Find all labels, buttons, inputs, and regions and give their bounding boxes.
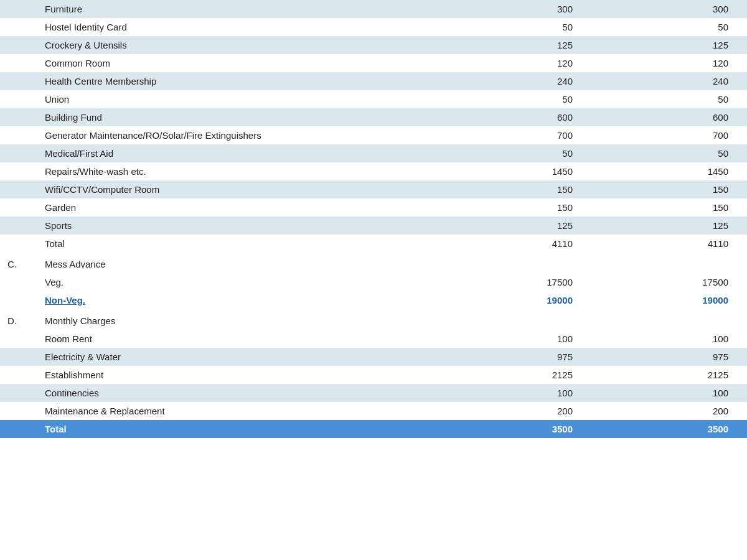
row-val1: 125 bbox=[436, 217, 591, 235]
row-label: Health Centre Membership bbox=[37, 72, 436, 90]
row-val2: 120 bbox=[591, 54, 747, 72]
row-val2: 150 bbox=[591, 180, 747, 198]
row-label: Total bbox=[37, 235, 436, 253]
row-val2: 700 bbox=[591, 126, 747, 144]
row-val1: 100 bbox=[436, 384, 591, 402]
row-index bbox=[0, 217, 37, 235]
row-val2: 300 bbox=[591, 0, 747, 18]
row-index bbox=[0, 291, 37, 309]
row-val2: 600 bbox=[591, 108, 747, 126]
row-val2: 3500 bbox=[591, 420, 747, 438]
row-label: Medical/First Aid bbox=[37, 144, 436, 162]
row-val1: 975 bbox=[436, 348, 591, 366]
row-val1: 3500 bbox=[436, 420, 591, 438]
row-label: Generator Maintenance/RO/Solar/Fire Exti… bbox=[37, 126, 436, 144]
row-label: Establishment bbox=[37, 366, 436, 384]
row-label: Hostel Identity Card bbox=[37, 18, 436, 36]
row-val1: 125 bbox=[436, 36, 591, 54]
row-val2: 100 bbox=[591, 330, 747, 348]
row-label: Repairs/White-wash etc. bbox=[37, 162, 436, 180]
row-index bbox=[0, 198, 37, 217]
row-index bbox=[0, 36, 37, 54]
row-val1: 4110 bbox=[436, 235, 591, 253]
row-index bbox=[0, 235, 37, 253]
row-val2: 975 bbox=[591, 348, 747, 366]
row-index bbox=[0, 144, 37, 162]
row-label: Furniture bbox=[37, 0, 436, 18]
row-val1: 50 bbox=[436, 144, 591, 162]
row-label: Total bbox=[37, 420, 436, 438]
row-val2: 19000 bbox=[591, 291, 747, 309]
row-label: Maintenance & Replacement bbox=[37, 402, 436, 420]
row-val1: 50 bbox=[436, 18, 591, 36]
row-val2: 150 bbox=[591, 198, 747, 217]
charges-table: Furniture300300Hostel Identity Card5050C… bbox=[0, 0, 747, 438]
row-index bbox=[0, 402, 37, 420]
section-val1 bbox=[436, 309, 591, 330]
row-label: Garden bbox=[37, 198, 436, 217]
row-val1: 240 bbox=[436, 72, 591, 90]
row-val1: 17500 bbox=[436, 273, 591, 291]
row-label: Crockery & Utensils bbox=[37, 36, 436, 54]
section-val1 bbox=[436, 253, 591, 273]
row-index bbox=[0, 180, 37, 198]
row-index bbox=[0, 108, 37, 126]
row-index bbox=[0, 366, 37, 384]
row-label: Room Rent bbox=[37, 330, 436, 348]
row-label: Sports bbox=[37, 217, 436, 235]
row-val1: 2125 bbox=[436, 366, 591, 384]
row-val2: 4110 bbox=[591, 235, 747, 253]
row-val2: 125 bbox=[591, 217, 747, 235]
row-label: Continencies bbox=[37, 384, 436, 402]
row-label: Wifi/CCTV/Computer Room bbox=[37, 180, 436, 198]
row-val2: 2125 bbox=[591, 366, 747, 384]
section-index: D. bbox=[0, 309, 37, 330]
row-label: Electricity & Water bbox=[37, 348, 436, 366]
row-label: Union bbox=[37, 90, 436, 108]
section-label: Mess Advance bbox=[37, 253, 436, 273]
row-index bbox=[0, 348, 37, 366]
section-val2 bbox=[591, 253, 747, 273]
row-val1: 150 bbox=[436, 198, 591, 217]
row-index bbox=[0, 420, 37, 438]
row-index bbox=[0, 90, 37, 108]
row-index bbox=[0, 72, 37, 90]
row-index bbox=[0, 273, 37, 291]
main-container: Furniture300300Hostel Identity Card5050C… bbox=[0, 0, 747, 560]
row-index bbox=[0, 330, 37, 348]
row-val1: 19000 bbox=[436, 291, 591, 309]
row-val1: 50 bbox=[436, 90, 591, 108]
row-label: Common Room bbox=[37, 54, 436, 72]
row-val1: 150 bbox=[436, 180, 591, 198]
row-val1: 120 bbox=[436, 54, 591, 72]
row-val1: 1450 bbox=[436, 162, 591, 180]
row-label: Veg. bbox=[37, 273, 436, 291]
row-index bbox=[0, 0, 37, 18]
row-val2: 50 bbox=[591, 144, 747, 162]
row-val2: 17500 bbox=[591, 273, 747, 291]
row-val1: 200 bbox=[436, 402, 591, 420]
row-val1: 100 bbox=[436, 330, 591, 348]
row-index bbox=[0, 126, 37, 144]
row-val2: 1450 bbox=[591, 162, 747, 180]
section-index: C. bbox=[0, 253, 37, 273]
row-index bbox=[0, 162, 37, 180]
row-val1: 600 bbox=[436, 108, 591, 126]
row-val2: 125 bbox=[591, 36, 747, 54]
row-index bbox=[0, 384, 37, 402]
row-label: Non-Veg. bbox=[37, 291, 436, 309]
row-val2: 100 bbox=[591, 384, 747, 402]
row-index bbox=[0, 18, 37, 36]
row-val1: 300 bbox=[436, 0, 591, 18]
section-label: Monthly Charges bbox=[37, 309, 436, 330]
row-val2: 200 bbox=[591, 402, 747, 420]
row-index bbox=[0, 54, 37, 72]
row-label: Building Fund bbox=[37, 108, 436, 126]
row-val2: 240 bbox=[591, 72, 747, 90]
row-val2: 50 bbox=[591, 18, 747, 36]
row-val1: 700 bbox=[436, 126, 591, 144]
section-val2 bbox=[591, 309, 747, 330]
row-val2: 50 bbox=[591, 90, 747, 108]
